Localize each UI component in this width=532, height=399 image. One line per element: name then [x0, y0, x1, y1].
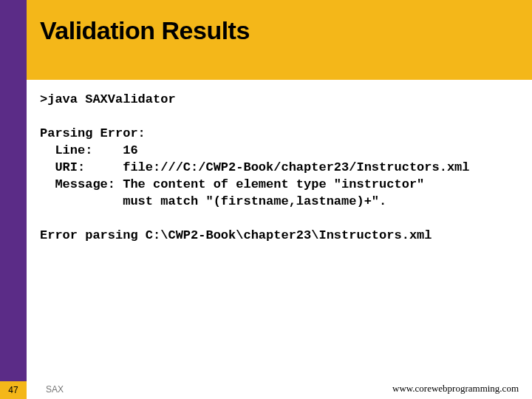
page-number-badge: 47	[0, 381, 27, 399]
page-title: Validation Results	[40, 16, 250, 45]
code-line-parsing-error: Parsing Error:	[40, 126, 146, 140]
footer-left-label: SAX	[46, 384, 64, 395]
slide: Validation Results >java SAXValidator Pa…	[0, 0, 532, 399]
footer: 47 SAX www.corewebprogramming.com	[0, 375, 532, 399]
code-line-line-no: Line: 16	[40, 143, 138, 157]
code-line-message-2: must match "(firstname,lastname)+".	[40, 194, 386, 208]
code-line-message-1: Message: The content of element type "in…	[40, 177, 424, 191]
code-block: >java SAXValidator Parsing Error: Line: …	[40, 92, 505, 244]
footer-url: www.corewebprogramming.com	[392, 383, 519, 395]
sidebar-top-square	[0, 0, 27, 80]
code-line-error-summary: Error parsing C:\CWP2-Book\chapter23\Ins…	[40, 228, 432, 242]
code-line-uri: URI: file:///C:/CWP2-Book/chapter23/Inst…	[40, 160, 470, 174]
code-line-command: >java SAXValidator	[40, 92, 176, 106]
